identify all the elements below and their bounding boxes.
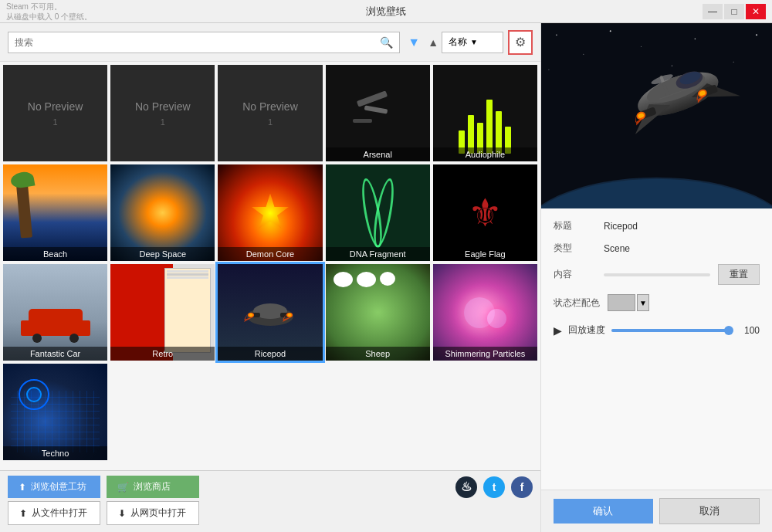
restore-button[interactable]: □ — [724, 4, 744, 19]
type-value: Scene — [604, 243, 630, 254]
info-panel: 标题 Ricepod 类型 Scene 内容 重置 状态栏配色 ▼ ▶ — [541, 208, 772, 490]
web-icon: ⬇ — [118, 508, 126, 519]
wallpaper-item-arsenal[interactable]: Arsenal — [326, 65, 430, 161]
preview-image — [541, 23, 772, 208]
content-label: 内容 — [554, 268, 596, 281]
play-icon[interactable]: ▶ — [554, 324, 562, 337]
search-wrapper[interactable]: 🔍 — [8, 32, 400, 53]
title-label: 标题 — [554, 219, 596, 232]
wallpaper-label: Deep Space — [110, 247, 215, 261]
title-value: Ricepod — [604, 221, 638, 232]
type-label: 类型 — [554, 242, 596, 255]
search-input[interactable] — [15, 37, 380, 48]
svg-point-17 — [756, 34, 757, 36]
sort-dropdown[interactable]: 名称 ▼ — [442, 32, 503, 53]
wallpaper-item-noprev2[interactable]: No Preview 1 — [110, 65, 215, 161]
open-file-button[interactable]: ⬆ 从文件中打开 — [8, 501, 100, 525]
sort-arrow-up[interactable]: ▲ — [428, 36, 438, 49]
browse-workshop-button[interactable]: ⬆ 浏览创意工坊 — [8, 476, 100, 498]
wallpaper-item-eagleflag[interactable]: ⚜ Eagle Flag — [433, 164, 537, 261]
content-row: 内容 重置 — [554, 264, 760, 285]
svg-point-13 — [610, 30, 611, 32]
main-container: 🔍 ▼ ▲ 名称 ▼ ⚙ No Preview 1 — [0, 23, 772, 532]
wallpaper-label: Beach — [3, 247, 107, 261]
playback-slider-thumb[interactable] — [724, 326, 733, 335]
wallpaper-item-ricepod[interactable]: Ricepod — [218, 264, 322, 361]
wallpaper-item-deepspace[interactable]: Deep Space — [110, 164, 215, 261]
store-icon: 🛒 — [117, 482, 129, 493]
no-preview-thumb: No Preview 1 — [110, 65, 215, 161]
color-picker[interactable]: ▼ — [608, 294, 649, 311]
color-dropdown-arrow[interactable]: ▼ — [637, 294, 649, 311]
content-progress-bar — [604, 273, 710, 276]
title-row: 标题 Ricepod — [554, 219, 760, 232]
no-preview-thumb: No Preview 1 — [218, 65, 322, 161]
open-web-button[interactable]: ⬇ 从网页中打开 — [107, 501, 199, 525]
no-preview-thumb: No Preview 1 — [3, 65, 107, 161]
wallpaper-label: Audiophile — [433, 147, 537, 161]
color-swatch[interactable] — [608, 294, 635, 311]
minimize-button[interactable]: — — [703, 4, 723, 19]
sort-area: ▲ 名称 ▼ — [428, 32, 503, 53]
right-panel: 标题 Ricepod 类型 Scene 内容 重置 状态栏配色 ▼ ▶ — [540, 23, 772, 532]
wallpaper-item-retro[interactable]: Retro — [110, 264, 215, 361]
wallpaper-label: Arsenal — [326, 147, 430, 161]
no-preview-text: No Preview — [28, 100, 83, 113]
wallpaper-grid-wrapper[interactable]: No Preview 1 No Preview 1 No Preview 1 — [0, 62, 540, 470]
steam-notice-line1: Steam 不可用。 — [6, 2, 92, 12]
playback-row: ▶ 回放速度 100 — [554, 324, 760, 337]
filter-icon[interactable]: ▼ — [405, 32, 423, 53]
wallpaper-label: Techno — [3, 446, 107, 460]
reset-button[interactable]: 重置 — [718, 264, 760, 285]
svg-point-14 — [641, 46, 642, 47]
wallpaper-item-sheep[interactable]: Sheep — [326, 264, 430, 361]
wallpaper-item-noprev3[interactable]: No Preview 1 — [218, 65, 322, 161]
close-button[interactable]: ✕ — [746, 4, 766, 19]
search-bar: 🔍 ▼ ▲ 名称 ▼ ⚙ — [0, 23, 540, 62]
wallpaper-item-techno[interactable]: Techno — [3, 364, 107, 460]
svg-point-18 — [548, 69, 549, 70]
browse-store-label: 浏览商店 — [134, 480, 171, 493]
steam-notice-line2: 从磁盘中载入 0 个壁纸。 — [6, 12, 92, 22]
twitter-icon[interactable]: t — [483, 476, 505, 498]
wallpaper-label: Sheep — [326, 347, 430, 361]
steam-icon[interactable]: ♨ — [455, 476, 477, 498]
upload-icon: ⬆ — [19, 508, 27, 519]
svg-point-16 — [733, 62, 734, 63]
browse-store-button[interactable]: 🛒 浏览商店 — [107, 476, 199, 498]
facebook-icon[interactable]: f — [511, 476, 533, 498]
wallpaper-label: Fantastic Car — [3, 347, 107, 361]
wallpaper-item-shimmering[interactable]: Shimmering Particles — [433, 264, 537, 361]
settings-button[interactable]: ⚙ — [508, 30, 533, 55]
svg-point-8 — [287, 313, 291, 317]
wallpaper-label: Eagle Flag — [433, 247, 537, 261]
svg-point-5 — [249, 313, 252, 317]
window-controls: — □ ✕ — [703, 4, 766, 19]
open-file-label: 从文件中打开 — [32, 507, 87, 520]
no-preview-count: 1 — [53, 117, 58, 127]
playback-label: 回放速度 — [568, 324, 605, 337]
chevron-down-icon: ▼ — [470, 38, 478, 46]
type-row: 类型 Scene — [554, 242, 760, 255]
wallpaper-label: Retro — [110, 347, 215, 361]
wallpaper-item-demoncore[interactable]: Demon Core — [218, 164, 322, 261]
playback-slider-track — [611, 329, 732, 332]
search-icon[interactable]: 🔍 — [380, 36, 393, 49]
wallpaper-item-dnafragment[interactable]: DNA Fragment — [326, 164, 430, 261]
playback-slider-wrapper[interactable] — [611, 329, 732, 332]
no-preview-count: 1 — [268, 117, 273, 127]
open-web-label: 从网页中打开 — [130, 507, 186, 520]
confirm-button[interactable]: 确认 — [554, 499, 653, 524]
wallpaper-grid: No Preview 1 No Preview 1 No Preview 1 — [0, 62, 540, 463]
wallpaper-label: Ricepod — [218, 347, 322, 361]
wallpaper-item-audiophile[interactable]: Audiophile — [433, 65, 537, 161]
playback-slider-fill — [611, 329, 732, 332]
sort-label: 名称 — [449, 36, 467, 49]
wallpaper-item-fantasticcar[interactable]: Fantastic Car — [3, 264, 107, 361]
no-preview-text: No Preview — [135, 100, 191, 113]
wallpaper-item-noprev1[interactable]: No Preview 1 — [3, 65, 107, 161]
bottom-buttons-row1: ⬆ 浏览创意工坊 🛒 浏览商店 ♨ t f — [8, 476, 533, 498]
social-icons: ♨ t f — [455, 476, 533, 498]
cancel-button[interactable]: 取消 — [659, 498, 760, 524]
wallpaper-item-beach[interactable]: Beach — [3, 164, 107, 261]
